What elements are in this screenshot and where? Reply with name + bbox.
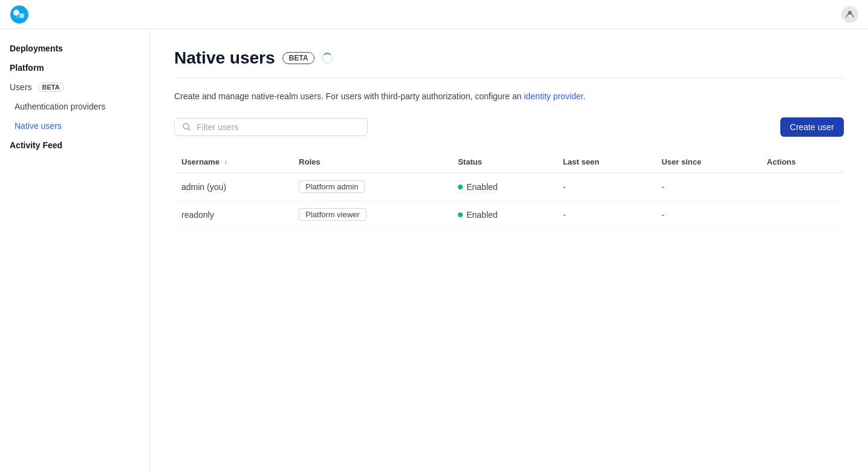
svg-point-3	[16, 15, 19, 19]
users-beta-badge: BETA	[38, 82, 64, 92]
status-dot-icon	[458, 212, 463, 217]
sidebar: Deployments Platform Users BETA Authenti…	[0, 29, 150, 475]
table-row: admin (you)Platform adminEnabled--	[174, 173, 844, 201]
sidebar-item-native-users[interactable]: Native users	[0, 116, 149, 136]
svg-point-2	[19, 13, 24, 18]
sidebar-item-label: Authentication providers	[15, 102, 105, 111]
cell-role: Platform viewer	[292, 201, 451, 229]
sidebar-item-users[interactable]: Users BETA	[0, 77, 149, 97]
svg-point-1	[13, 10, 19, 16]
page-divider	[174, 77, 844, 78]
cell-user-since: -	[654, 173, 760, 201]
cell-last-seen: -	[556, 201, 654, 229]
cell-username: admin (you)	[174, 173, 292, 201]
users-table: Username ↑ Roles Status Last seen User s…	[174, 151, 844, 229]
status-enabled: Enabled	[458, 210, 497, 220]
sidebar-item-label: Native users	[15, 121, 62, 131]
description-suffix: .	[583, 91, 586, 101]
cell-actions	[760, 201, 844, 229]
main-content: Native users BETA Create and manage nati…	[150, 29, 868, 475]
sidebar-item-label: Users	[10, 82, 32, 92]
col-header-username: Username ↑	[174, 151, 292, 173]
user-avatar-icon[interactable]	[841, 6, 858, 23]
status-dot-icon	[458, 185, 463, 189]
cell-role: Platform admin	[292, 173, 451, 201]
sidebar-item-label: Activity Feed	[10, 140, 62, 150]
col-header-user-since: User since	[654, 151, 760, 173]
col-header-status: Status	[451, 151, 555, 173]
loading-spinner	[322, 53, 333, 64]
toolbar: Create user	[174, 117, 844, 137]
page-description: Create and manage native-realm users. Fo…	[174, 90, 844, 103]
role-badge: Platform admin	[299, 180, 365, 193]
topbar-right	[841, 6, 858, 23]
sidebar-item-auth-providers[interactable]: Authentication providers	[0, 97, 149, 116]
table-header-row: Username ↑ Roles Status Last seen User s…	[174, 151, 844, 173]
create-user-button[interactable]: Create user	[780, 117, 844, 137]
cell-actions	[760, 173, 844, 201]
col-header-last-seen: Last seen	[556, 151, 654, 173]
col-label-username: Username	[181, 157, 220, 166]
sort-asc-icon[interactable]: ↑	[224, 159, 228, 166]
cell-user-since: -	[654, 201, 760, 229]
sidebar-item-deployments[interactable]: Deployments	[0, 39, 149, 58]
layout: Deployments Platform Users BETA Authenti…	[0, 29, 868, 475]
page-header: Native users BETA	[174, 48, 844, 68]
page-beta-badge: BETA	[282, 52, 315, 64]
filter-users-input[interactable]	[197, 122, 360, 132]
role-badge: Platform viewer	[299, 208, 367, 221]
sidebar-item-label: Deployments	[10, 44, 63, 53]
app-logo[interactable]	[10, 5, 29, 24]
users-table-body: admin (you)Platform adminEnabled--readon…	[174, 173, 844, 229]
table-header: Username ↑ Roles Status Last seen User s…	[174, 151, 844, 173]
table-row: readonlyPlatform viewerEnabled--	[174, 201, 844, 229]
sidebar-item-activity-feed[interactable]: Activity Feed	[0, 136, 149, 155]
col-header-roles: Roles	[292, 151, 451, 173]
filter-input-wrapper[interactable]	[174, 118, 368, 136]
cell-status: Enabled	[451, 173, 555, 201]
page-title: Native users	[174, 48, 275, 68]
cell-username: readonly	[174, 201, 292, 229]
col-header-actions: Actions	[760, 151, 844, 173]
sidebar-item-label: Platform	[10, 63, 44, 73]
cell-status: Enabled	[451, 201, 555, 229]
identity-provider-link[interactable]: identity provider	[524, 91, 583, 101]
description-text: Create and manage native-realm users. Fo…	[174, 91, 524, 101]
sidebar-item-platform[interactable]: Platform	[0, 58, 149, 77]
search-icon	[182, 122, 192, 132]
topbar	[0, 0, 868, 29]
svg-point-0	[10, 5, 28, 24]
status-enabled: Enabled	[458, 182, 497, 192]
cell-last-seen: -	[556, 173, 654, 201]
